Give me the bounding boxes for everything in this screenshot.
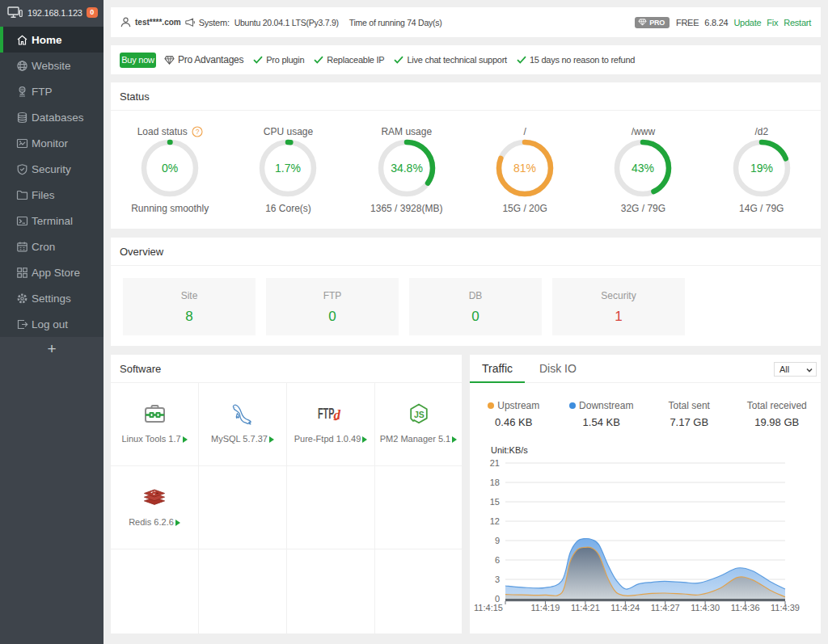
svg-text:11:4:15: 11:4:15	[474, 603, 503, 612]
svg-text:0%: 0%	[162, 162, 178, 175]
svg-text:3: 3	[495, 575, 500, 584]
svg-text:FTP: FTP	[318, 406, 335, 421]
svg-text:43%: 43%	[632, 162, 654, 175]
svg-text:18: 18	[490, 478, 500, 487]
svg-text:34.8%: 34.8%	[391, 162, 423, 175]
svg-text:Unit:KB/s: Unit:KB/s	[491, 445, 528, 455]
svg-text:15: 15	[490, 497, 500, 507]
svg-text:11:4:24: 11:4:24	[610, 603, 640, 612]
svg-text:11:4:30: 11:4:30	[691, 603, 720, 612]
svg-text:1.7%: 1.7%	[276, 162, 302, 175]
svg-text:11:4:39: 11:4:39	[771, 603, 800, 612]
svg-text:6: 6	[495, 555, 500, 565]
svg-text:11:4:21: 11:4:21	[571, 603, 600, 612]
svg-text:JS: JS	[413, 410, 424, 419]
svg-text:12: 12	[490, 516, 500, 526]
svg-text:81%: 81%	[513, 162, 536, 175]
svg-text:9: 9	[495, 536, 500, 545]
svg-text:?: ?	[195, 128, 199, 136]
svg-text:19%: 19%	[750, 162, 773, 175]
svg-text:11:4:36: 11:4:36	[731, 603, 760, 612]
svg-text:11:4:19: 11:4:19	[530, 603, 560, 612]
svg-text:21: 21	[490, 458, 500, 468]
svg-text:11:4:27: 11:4:27	[651, 603, 680, 612]
